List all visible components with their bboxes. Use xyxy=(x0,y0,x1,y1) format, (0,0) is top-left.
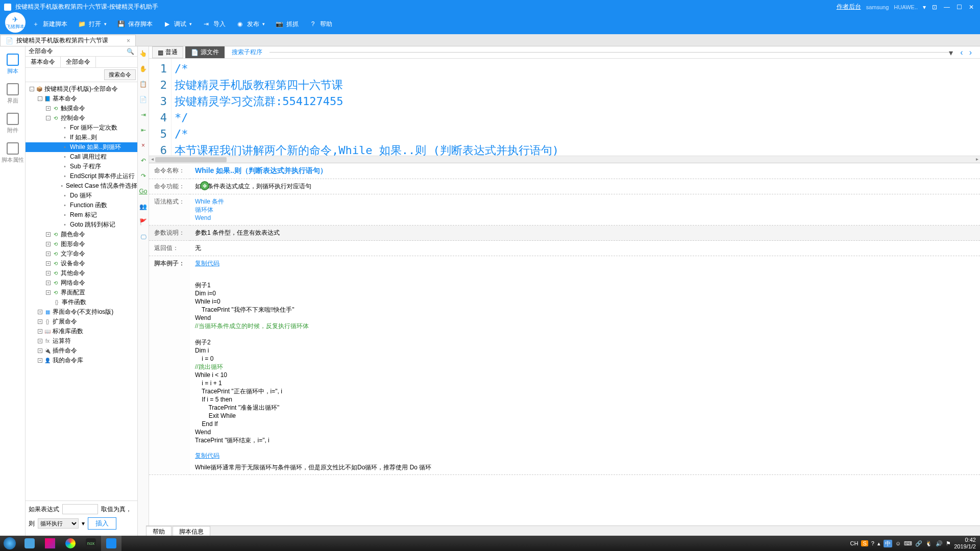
tree-item-5[interactable]: •If 如果..则 xyxy=(26,133,137,142)
toolbar-3[interactable]: ▶调试▾ xyxy=(158,14,197,34)
tree-expand-icon[interactable]: + xyxy=(46,252,51,256)
subroutine-dropdown[interactable] xyxy=(270,52,953,53)
nav-back-icon[interactable]: ‹ xyxy=(960,48,963,57)
ime-lang-icon[interactable]: S xyxy=(861,540,868,546)
tree-item-19[interactable]: +⟲其他命令 xyxy=(26,268,137,278)
tree-item-15[interactable]: +⟲颜色命令 xyxy=(26,230,137,239)
copy-code-link-1[interactable]: 复制代码 xyxy=(195,260,219,267)
device-model[interactable]: HUAWE.. xyxy=(894,4,918,10)
toolbar-1[interactable]: 📁打开▾ xyxy=(72,14,112,34)
tool-outdent-icon[interactable]: ⇤ xyxy=(139,126,148,134)
toolbar-6[interactable]: 📷抓抓 xyxy=(270,14,304,34)
tool-pointer-icon[interactable]: 👆 xyxy=(139,49,148,58)
search-icon[interactable]: 🔍 xyxy=(127,48,134,55)
close-icon[interactable]: ✕ xyxy=(968,4,975,11)
tool-redo-icon[interactable]: ↷ xyxy=(139,172,148,180)
search-subroutine-link[interactable]: 搜索子程序 xyxy=(232,48,262,57)
tree-item-3[interactable]: -⟲控制命令 xyxy=(26,113,137,123)
tree-expand-icon[interactable]: + xyxy=(46,261,51,266)
tree-item-7[interactable]: •Call 调用过程 xyxy=(26,152,137,162)
nav-3[interactable]: 脚本属性 xyxy=(0,138,25,168)
scroll-right-icon[interactable]: ▸ xyxy=(974,156,980,163)
taskbar-app-2[interactable] xyxy=(40,536,60,551)
tree-expand-icon[interactable]: + xyxy=(46,242,51,246)
tree-item-14[interactable]: •Goto 跳转到标记 xyxy=(26,220,137,230)
tree-item-17[interactable]: +⟲文字命令 xyxy=(26,249,137,259)
dropdown-icon[interactable]: ▾ xyxy=(82,520,85,527)
tab-close-icon[interactable]: × xyxy=(127,37,130,44)
tray-chevron-icon[interactable]: ▴ xyxy=(877,540,880,547)
tree-expand-icon[interactable]: - xyxy=(46,116,51,120)
taskbar-app-current[interactable] xyxy=(101,536,121,551)
ime-indicator[interactable]: CH xyxy=(850,540,859,546)
tree-item-13[interactable]: •Rem 标记 xyxy=(26,210,137,220)
nav-2[interactable]: 附件 xyxy=(0,109,25,138)
toolbar-4[interactable]: ⇥导入 xyxy=(197,14,231,34)
tool-screen-icon[interactable]: 🖵 xyxy=(139,233,148,241)
toolbar-0[interactable]: ＋新建脚本 xyxy=(27,14,72,34)
start-button[interactable] xyxy=(0,536,19,551)
tree-expand-icon[interactable]: + xyxy=(38,348,42,353)
tool-flag-icon[interactable]: 🚩 xyxy=(139,218,148,226)
tree-item-18[interactable]: +⟲设备命令 xyxy=(26,259,137,268)
tree-expand-icon[interactable]: + xyxy=(38,319,42,324)
tool-undo-icon[interactable]: ↶ xyxy=(139,157,148,165)
insert-button[interactable]: 插入 xyxy=(88,517,116,530)
tree-item-28[interactable]: +👤我的命令库 xyxy=(26,356,137,365)
tree-item-26[interactable]: +fx运算符 xyxy=(26,336,137,346)
tray-flag-icon[interactable]: ⚑ xyxy=(946,540,951,547)
tool-comment-icon[interactable]: × xyxy=(139,141,148,149)
author-backend-link[interactable]: 作者后台 xyxy=(837,3,861,11)
tree-expand-icon[interactable]: + xyxy=(38,358,42,363)
nav-0[interactable]: 脚本 xyxy=(0,49,25,79)
tree-expand-icon[interactable]: + xyxy=(38,339,42,343)
expr-input[interactable] xyxy=(62,504,98,514)
tree-item-24[interactable]: +{}扩展命令 xyxy=(26,317,137,327)
tree-item-2[interactable]: +⟲触摸命令 xyxy=(26,104,137,113)
scroll-left-icon[interactable]: ◂ xyxy=(149,156,155,163)
tray-face-icon[interactable]: ☺ xyxy=(895,540,901,546)
tool-users-icon[interactable]: 👥 xyxy=(139,203,148,211)
help-tab-0[interactable]: 帮助 xyxy=(146,526,172,536)
maximize-icon[interactable]: ☐ xyxy=(955,4,963,11)
tree-expand-icon[interactable]: + xyxy=(46,232,51,237)
tree-item-25[interactable]: +📖标准库函数 xyxy=(26,327,137,336)
taskbar-app-1[interactable] xyxy=(19,536,40,551)
tree-item-27[interactable]: +🔌插件命令 xyxy=(26,346,137,356)
tray-help-icon[interactable]: ? xyxy=(871,540,874,546)
tree-item-8[interactable]: •Sub 子程序 xyxy=(26,162,137,171)
tree-item-11[interactable]: •Do 循环 xyxy=(26,191,137,201)
tool-paste-icon[interactable]: 📄 xyxy=(139,95,148,104)
tray-volume-icon[interactable]: 🔊 xyxy=(936,540,943,547)
tree-expand-icon[interactable]: + xyxy=(46,106,51,111)
help-tab-1[interactable]: 脚本信息 xyxy=(173,526,210,536)
tree-item-0[interactable]: -📦按键精灵(手机版)-全部命令 xyxy=(26,84,137,94)
tree-item-21[interactable]: +⟲界面配置 xyxy=(26,288,137,297)
tree-expand-icon[interactable]: + xyxy=(38,329,42,334)
tray-network-icon[interactable]: 🔗 xyxy=(915,540,922,547)
tree-expand-icon[interactable]: - xyxy=(38,96,42,101)
tree-item-1[interactable]: -📘基本命令 xyxy=(26,94,137,104)
toolbar-2[interactable]: 💾保存脚本 xyxy=(112,14,158,34)
tree-expand-icon[interactable]: + xyxy=(46,271,51,276)
editor-horizontal-scrollbar[interactable]: ◂ ▸ xyxy=(149,156,980,163)
cmd-tab-0[interactable]: 基本命令 xyxy=(26,57,61,67)
minimize-icon[interactable]: — xyxy=(943,4,950,11)
tray-lang-badge[interactable]: 中 xyxy=(884,540,892,547)
nav-forward-icon[interactable]: › xyxy=(969,48,972,57)
tray-penguin-icon[interactable]: 🐧 xyxy=(925,540,933,547)
tree-item-4[interactable]: •For 循环一定次数 xyxy=(26,123,137,133)
tree-item-10[interactable]: •Select Case 情况条件选择 xyxy=(26,181,137,191)
nav-1[interactable]: 界面 xyxy=(0,79,25,109)
tree-item-22[interactable]: {}事件函数 xyxy=(26,297,137,307)
tree-item-6[interactable]: •While 如果..则循环 xyxy=(26,142,137,152)
device-dropdown-icon[interactable]: ▾ xyxy=(923,4,926,11)
tool-go-icon[interactable]: Go xyxy=(139,187,148,195)
tree-expand-icon[interactable]: - xyxy=(30,87,34,91)
tree-expand-icon[interactable]: + xyxy=(46,290,51,295)
tool-hand-icon[interactable]: ✋ xyxy=(139,65,148,73)
tool-indent-icon[interactable]: ⇥ xyxy=(139,111,148,119)
tree-expand-icon[interactable]: + xyxy=(46,281,51,285)
code-editor[interactable]: 123456 /* 按键精灵手机版教程第四十六节课 按键精灵学习交流群:5541… xyxy=(149,59,980,156)
scrollbar-thumb[interactable] xyxy=(155,157,227,162)
